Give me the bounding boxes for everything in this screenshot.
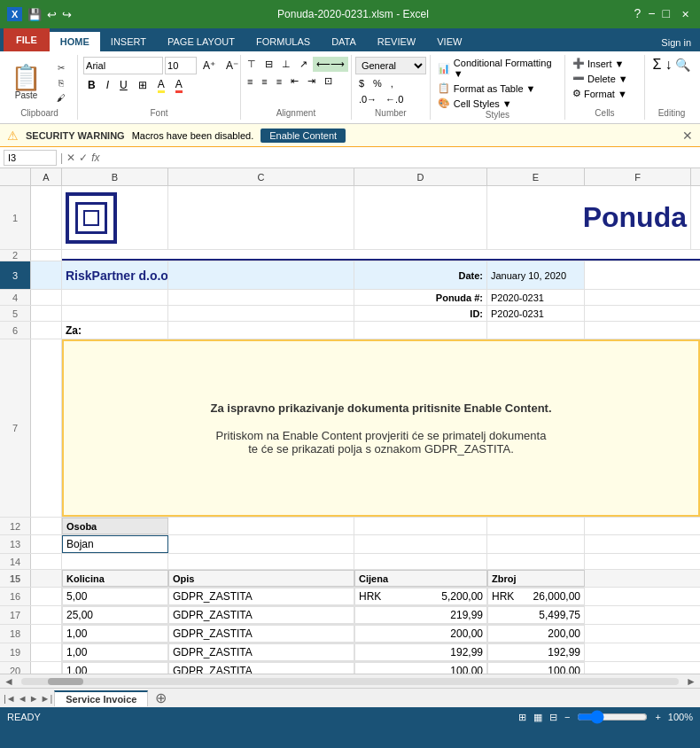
merge-center-button[interactable]: ⊡ bbox=[321, 74, 336, 89]
cell-13e[interactable] bbox=[487, 535, 585, 553]
cell-14d[interactable] bbox=[354, 554, 487, 569]
text-rotate-button[interactable]: ↗ bbox=[296, 57, 311, 72]
cell-3b[interactable]: RiskPartner d.o.o. bbox=[62, 261, 168, 289]
align-center-button[interactable]: ≡ bbox=[258, 74, 270, 89]
cell-13a[interactable] bbox=[31, 535, 62, 553]
cell-1b[interactable] bbox=[62, 186, 168, 249]
undo-icon[interactable]: ↩ bbox=[47, 8, 57, 21]
cell-1a[interactable] bbox=[31, 186, 62, 249]
cell-6e[interactable] bbox=[487, 322, 585, 339]
border-button[interactable]: ⊞ bbox=[134, 76, 152, 94]
cancel-formula-icon[interactable]: ✕ bbox=[66, 152, 75, 164]
cell-12e[interactable] bbox=[487, 518, 585, 534]
quick-save-icon[interactable]: 💾 bbox=[27, 8, 42, 21]
sign-in-link[interactable]: Sign in bbox=[652, 34, 700, 51]
fill-button[interactable]: ↓ bbox=[665, 57, 672, 73]
col-header-a[interactable]: A bbox=[31, 168, 62, 185]
cell-18-cijena[interactable]: 200,00 bbox=[354, 625, 487, 643]
font-grow-button[interactable]: A⁺ bbox=[198, 57, 220, 74]
italic-button[interactable]: I bbox=[102, 76, 113, 94]
zoom-in-btn[interactable]: + bbox=[655, 712, 660, 722]
cell-17-cijena[interactable]: 219,99 bbox=[354, 606, 487, 624]
cell-14c[interactable] bbox=[168, 554, 354, 569]
cell-16-zbroj[interactable]: HRK 26,000,00 bbox=[487, 588, 585, 605]
cell-4b[interactable] bbox=[62, 290, 168, 305]
maximize-button[interactable]: □ bbox=[663, 6, 670, 22]
redo-icon[interactable]: ↪ bbox=[62, 8, 72, 21]
sheet-next-btn[interactable]: ► bbox=[29, 693, 39, 704]
cell-12c[interactable] bbox=[168, 518, 354, 534]
cell-18a[interactable] bbox=[31, 625, 62, 643]
cell-17a[interactable] bbox=[31, 606, 62, 624]
increase-indent-button[interactable]: ⇥ bbox=[304, 74, 319, 89]
align-middle-button[interactable]: ⊟ bbox=[261, 57, 276, 72]
bold-button[interactable]: B bbox=[83, 76, 100, 94]
cell-5b[interactable] bbox=[62, 306, 168, 321]
cell-18-zbroj[interactable]: 200,00 bbox=[487, 625, 585, 643]
add-sheet-button[interactable]: ⊕ bbox=[150, 690, 172, 706]
cell-12d[interactable] bbox=[354, 518, 487, 534]
cell-5e[interactable]: P2020-0231 bbox=[487, 306, 585, 321]
tab-page-layout[interactable]: PAGE LAYOUT bbox=[157, 32, 245, 51]
cell-4e[interactable]: P2020-0231 bbox=[487, 290, 585, 305]
sum-button[interactable]: Σ bbox=[653, 57, 662, 73]
col-header-b[interactable]: B bbox=[62, 168, 168, 185]
font-name-input[interactable] bbox=[83, 57, 163, 74]
cell-6c[interactable] bbox=[168, 322, 354, 339]
cell-20-zbroj[interactable]: 100,00 bbox=[487, 662, 585, 674]
sheet-prev-btn[interactable]: ◄ bbox=[18, 693, 27, 704]
font-color-button[interactable]: A bbox=[171, 76, 187, 94]
cell-18-opis[interactable]: GDPR_ZASTITA bbox=[168, 625, 354, 643]
cell-1d[interactable] bbox=[354, 186, 487, 249]
cell-12a[interactable] bbox=[31, 518, 62, 534]
comma-button[interactable]: , bbox=[387, 76, 397, 90]
scroll-right-btn[interactable]: ► bbox=[682, 675, 700, 688]
cell-16a[interactable] bbox=[31, 588, 62, 605]
cell-17-zbroj[interactable]: 5,499,75 bbox=[487, 606, 585, 624]
cell-3c[interactable] bbox=[168, 261, 354, 289]
cell-5d[interactable]: ID: bbox=[354, 306, 487, 321]
align-left-button[interactable]: ≡ bbox=[244, 74, 256, 89]
font-shrink-button[interactable]: A⁻ bbox=[222, 57, 243, 74]
cell-7a[interactable] bbox=[31, 339, 62, 517]
currency-button[interactable]: $ bbox=[355, 76, 368, 90]
cell-6a[interactable] bbox=[31, 322, 62, 339]
format-as-table-button[interactable]: 📋 Format as Table ▼ bbox=[436, 82, 559, 95]
col-header-c[interactable]: C bbox=[168, 168, 354, 185]
cell-14b[interactable] bbox=[62, 554, 168, 569]
cell-14e[interactable] bbox=[487, 554, 585, 569]
close-button[interactable]: ✕ bbox=[677, 6, 693, 22]
cell-16-kolicina[interactable]: 5,00 bbox=[62, 588, 168, 605]
cell-3a[interactable] bbox=[31, 261, 62, 289]
cell-17-kolicina[interactable]: 25,00 bbox=[62, 606, 168, 624]
cell-5c[interactable] bbox=[168, 306, 354, 321]
insert-button[interactable]: ➕ Insert ▼ bbox=[571, 57, 639, 70]
sheet-last-btn[interactable]: ►| bbox=[41, 693, 53, 704]
confirm-formula-icon[interactable]: ✓ bbox=[79, 152, 88, 164]
cell-20-kolicina[interactable]: 1,00 bbox=[62, 662, 168, 674]
cell-18-kolicina[interactable]: 1,00 bbox=[62, 625, 168, 643]
increase-decimal-button[interactable]: ←.0 bbox=[382, 92, 407, 106]
tab-insert[interactable]: INSERT bbox=[100, 32, 157, 51]
cell-4d[interactable]: Ponuda #: bbox=[354, 290, 487, 305]
col-header-d[interactable]: D bbox=[354, 168, 487, 185]
cell-16-opis[interactable]: GDPR_ZASTITA bbox=[168, 588, 354, 605]
name-box-input[interactable] bbox=[4, 150, 57, 166]
find-select-button[interactable]: 🔍 bbox=[675, 58, 690, 72]
cell-4a[interactable] bbox=[31, 290, 62, 305]
cell-styles-button[interactable]: 🎨 Cell Styles ▼ bbox=[436, 97, 559, 110]
decrease-decimal-button[interactable]: .0→ bbox=[355, 92, 380, 106]
service-invoice-tab[interactable]: Service Invoice bbox=[54, 690, 148, 706]
cell-20-cijena[interactable]: 100,00 bbox=[354, 662, 487, 674]
tab-formulas[interactable]: FORMULAS bbox=[245, 32, 321, 51]
col-header-f[interactable]: F bbox=[585, 168, 691, 185]
cell-14a[interactable] bbox=[31, 554, 62, 569]
scroll-left-btn[interactable]: ◄ bbox=[0, 675, 18, 688]
cell-15a[interactable] bbox=[31, 570, 62, 587]
minimize-button[interactable]: − bbox=[648, 6, 655, 22]
format-painter-button[interactable]: 🖌 bbox=[49, 91, 74, 105]
align-bottom-button[interactable]: ⊥ bbox=[278, 57, 294, 72]
format-button[interactable]: ⚙ Format ▼ bbox=[571, 87, 639, 100]
cell-6d[interactable] bbox=[354, 322, 487, 339]
cell-19-opis[interactable]: GDPR_ZASTITA bbox=[168, 643, 354, 661]
